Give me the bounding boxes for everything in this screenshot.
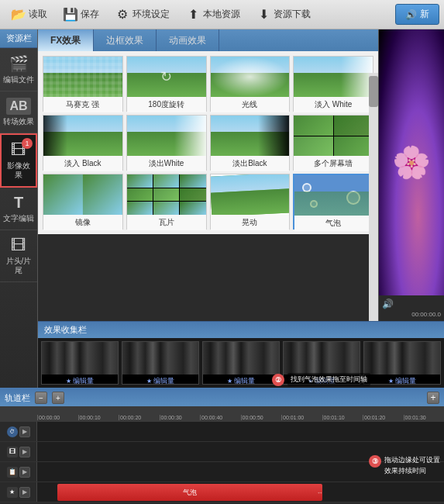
- collection-bg: [203, 342, 279, 375]
- timeline-title: 轨道栏: [5, 392, 30, 404]
- upload-icon: ⬆: [185, 7, 201, 22]
- timeline-header: 轨道栏 − + +: [0, 389, 444, 406]
- effect-fadeout-black-label: 淡出Black: [211, 156, 290, 171]
- collection-bg: [364, 342, 440, 375]
- play-ctrl-btn[interactable]: ▶: [19, 426, 30, 437]
- track-content-overlay[interactable]: [37, 462, 444, 482]
- timeline-tracks: ⏱ ▶ 🎞 ▶ 📋 ▶ ★ ▶: [0, 422, 444, 502]
- settings-button[interactable]: ⚙ 环境设定: [108, 5, 176, 25]
- local-resources-button[interactable]: ⬆ 本地资源: [179, 5, 246, 25]
- fx-clip-bubble[interactable]: 气泡 ↔: [57, 484, 322, 501]
- new-button[interactable]: 🔊 新: [395, 4, 439, 25]
- ruler-mark: 00:00:30: [160, 415, 201, 420]
- collection-item[interactable]: ★ 编辑量: [202, 341, 280, 385]
- ruler-mark: 00:00:00: [37, 415, 78, 420]
- star-icon: ★: [308, 378, 313, 385]
- effect-bubble[interactable]: 气泡: [293, 174, 373, 230]
- sidebar-item-edit-file[interactable]: 🎬 编辑文件: [0, 48, 37, 91]
- ruler-mark: 00:01:30: [404, 415, 445, 420]
- sidebar-header: 资源栏: [0, 29, 37, 48]
- toolbar-right: 🔊 新: [395, 4, 439, 25]
- audio-ctrl-btn[interactable]: ▶: [19, 447, 30, 457]
- clip-resize-handle[interactable]: ↔: [318, 484, 322, 501]
- collection-items: ★ 编辑量 ★ 编辑量: [38, 338, 444, 388]
- sidebar-item-text-edit[interactable]: T 文字编辑: [0, 188, 37, 230]
- effects-grid-container: 马赛克 强 ↻: [38, 51, 378, 321]
- effect-multiscreen[interactable]: 多个屏幕墙: [293, 115, 373, 171]
- collection-label: ★ 编辑量: [122, 375, 198, 388]
- effect-light[interactable]: 光线: [210, 56, 291, 112]
- tab-animation[interactable]: 动画效果: [157, 29, 219, 51]
- tab-border[interactable]: 边框效果: [94, 29, 157, 51]
- ruler-mark: 00:00:20: [119, 415, 160, 420]
- collection-item[interactable]: ★ 编辑量: [41, 341, 119, 385]
- effect-bubble-label: 气泡: [294, 216, 372, 231]
- sidebar-item-transition[interactable]: AB 转场效果: [0, 91, 37, 133]
- text-icon: T: [14, 194, 23, 212]
- effect-fadeout-black[interactable]: 淡出Black: [210, 115, 291, 171]
- sidebar: 资源栏 🎬 编辑文件 AB 转场效果 🎞 影像效果 1 T 文字编辑 🎞 片头/…: [0, 29, 38, 388]
- timeline-ruler: 00:00:00 00:00:10 00:00:20 00:00:30 00:0…: [0, 406, 444, 422]
- effect-tile-label: 瓦片: [127, 215, 206, 230]
- gear-icon: ⚙: [115, 7, 130, 22]
- save-icon: 💾: [63, 7, 78, 22]
- wave-pattern: [203, 342, 279, 375]
- collection-section: 效果收集栏 ★ 编辑量 ★: [38, 321, 444, 388]
- track-controls-fx: ★ ▶: [0, 482, 37, 502]
- effect-fadeout-white[interactable]: 淡出White: [126, 115, 207, 171]
- effect-mirror-label: 镜像: [43, 215, 122, 230]
- ruler-mark: 00:01:10: [322, 415, 363, 420]
- collection-item[interactable]: ★ 编辑量: [122, 341, 199, 385]
- scrollbar[interactable]: [369, 73, 378, 321]
- main-area: 资源栏 🎬 编辑文件 AB 转场效果 🎞 影像效果 1 T 文字编辑 🎞 片头/…: [0, 29, 444, 388]
- track-content-fx[interactable]: 气泡 ↔: [37, 482, 444, 502]
- track-controls-video: ⏱ ▶: [0, 422, 37, 441]
- timeline-add-btn[interactable]: +: [427, 392, 439, 404]
- timeline-area: 轨道栏 − + + 00:00:00 00:00:10 00:00:20 00:…: [0, 388, 444, 504]
- collection-bar: 效果收集栏: [38, 321, 444, 338]
- timeline-minus-btn[interactable]: −: [35, 392, 47, 404]
- track-content-video[interactable]: [37, 422, 444, 441]
- ruler-mark: 00:01:20: [363, 415, 404, 420]
- effect-fadein-white-label: 淡入 White: [294, 97, 373, 112]
- fx-ctrl-btn[interactable]: ▶: [19, 487, 30, 498]
- collection-item[interactable]: ★ 编辑量: [283, 341, 360, 385]
- effect-tile[interactable]: 瓦片: [126, 174, 207, 230]
- tab-fx[interactable]: FX效果: [38, 29, 94, 51]
- read-icon: 📂: [11, 7, 26, 22]
- content-area: FX效果 边框效果 动画效果: [38, 29, 378, 321]
- download-resources-button[interactable]: ⬇ 资源下载: [250, 5, 317, 25]
- time-display: 00:00:00.0: [382, 311, 441, 318]
- track-controls-audio: 🎞 ▶: [0, 442, 37, 461]
- volume-icon: 🔊: [382, 299, 441, 309]
- star-icon: ★: [66, 378, 71, 385]
- effect-mosaic[interactable]: 马赛克 强: [43, 56, 123, 112]
- effect-fadein-black[interactable]: 淡入 Black: [43, 115, 123, 171]
- wave-pattern: [42, 342, 118, 375]
- effect-rotate[interactable]: ↻ 180度旋转: [126, 56, 207, 112]
- effect-multiscreen-label: 多个屏幕墙: [294, 156, 373, 171]
- preview-area: [379, 29, 444, 295]
- ruler-mark: 00:00:50: [241, 415, 282, 420]
- effect-shake[interactable]: 晃动: [210, 174, 291, 230]
- collection-item[interactable]: ★ 编辑量: [363, 341, 441, 385]
- collection-label: ★ 编辑量: [364, 375, 440, 388]
- timeline-plus-inner-btn[interactable]: +: [52, 392, 64, 404]
- read-button[interactable]: 📂 读取: [5, 5, 53, 25]
- star-icon: ★: [388, 378, 394, 385]
- wave-pattern: [364, 342, 440, 375]
- filmstrip2-icon: 🎞: [11, 236, 26, 254]
- sidebar-item-video-effects[interactable]: 🎞 影像效果 1: [0, 133, 37, 188]
- star-icon: ★: [146, 378, 152, 385]
- effect-fadein-white[interactable]: 淡入 White: [293, 56, 373, 112]
- sidebar-item-intro-outro[interactable]: 🎞 片头/片尾: [0, 230, 37, 282]
- track-row-audio: 🎞 ▶: [0, 442, 444, 462]
- ruler-mark: 00:00:40: [200, 415, 241, 420]
- effect-mirror[interactable]: 镜像: [43, 174, 123, 230]
- save-button[interactable]: 💾 保存: [57, 5, 105, 25]
- overlay-ctrl-btn[interactable]: ▶: [19, 467, 30, 478]
- track-content-audio[interactable]: [37, 442, 444, 461]
- track-row-overlay: 📋 ▶: [0, 462, 444, 482]
- scrollbar-thumb[interactable]: [369, 76, 378, 107]
- track-controls-overlay: 📋 ▶: [0, 462, 37, 482]
